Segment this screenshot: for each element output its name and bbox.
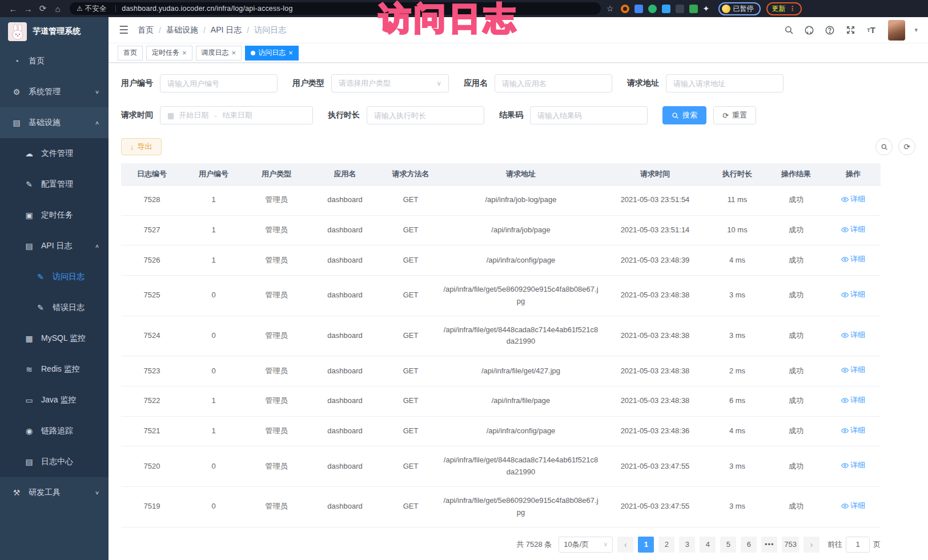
extension-orange-ring[interactable]	[621, 5, 629, 13]
caret-down-icon[interactable]: ▾	[914, 26, 918, 34]
detail-link[interactable]: 详细	[841, 425, 865, 437]
action-cell: 详细	[826, 186, 881, 216]
page-button-6[interactable]: 6	[741, 537, 757, 553]
extension-white-star[interactable]: ✦	[703, 5, 712, 13]
paused-badge[interactable]: 已暂停	[718, 2, 761, 15]
font-size-icon[interactable]: TT	[865, 25, 877, 36]
detail-link[interactable]: 详细	[841, 224, 865, 236]
sidebar-item-redis-monitor[interactable]: ≋Redis 监控	[0, 354, 109, 385]
log-id-cell: 7521	[121, 416, 183, 446]
page-button-1[interactable]: 1	[638, 537, 654, 553]
duration-cell: 4 ms	[708, 416, 766, 446]
kebab-menu-icon[interactable]: ⋮	[789, 5, 796, 13]
detail-link[interactable]: 详细	[841, 364, 865, 376]
edit-icon: ✎	[35, 303, 46, 312]
chevron-down-icon: ∨	[95, 490, 99, 495]
reload-icon[interactable]: ⟳	[35, 3, 50, 14]
sidebar-item-java-monitor[interactable]: ▭Java 监控	[0, 385, 109, 416]
close-icon[interactable]: ×	[232, 49, 236, 57]
sidebar-item-file-management[interactable]: ☁文件管理	[0, 138, 109, 169]
close-icon[interactable]: ×	[288, 49, 293, 57]
github-icon[interactable]	[804, 25, 815, 36]
tab-首页[interactable]: 首页	[118, 46, 143, 61]
request-url-input[interactable]	[666, 74, 784, 92]
extension-dark-grid[interactable]	[676, 5, 684, 13]
user-id-input[interactable]	[160, 74, 278, 92]
app-name-input[interactable]	[495, 74, 612, 92]
detail-link[interactable]: 详细	[841, 194, 865, 206]
app-cell: dashboard	[308, 446, 381, 487]
hamburger-icon[interactable]: ☰	[119, 23, 128, 37]
reset-button[interactable]: ⟳ 重置	[713, 106, 756, 124]
page-button-4[interactable]: 4	[700, 537, 716, 553]
fullscreen-icon[interactable]	[845, 25, 856, 36]
method-cell: GET	[381, 356, 440, 386]
breadcrumb-item[interactable]: 首页	[138, 25, 154, 35]
refresh-table-button[interactable]: ⟳	[898, 138, 915, 155]
prev-page-button[interactable]: ‹	[617, 537, 633, 553]
filter-request-time: 请求时间 ▦ 开始日期 - 结束日期	[121, 106, 313, 124]
back-icon[interactable]: ←	[6, 4, 21, 14]
security-warning[interactable]: ⚠不安全	[77, 4, 106, 14]
question-icon[interactable]	[824, 25, 835, 36]
date-range-picker[interactable]: ▦ 开始日期 - 结束日期	[160, 106, 313, 124]
page-size-select[interactable]: 10条/页∨	[559, 537, 613, 553]
main-area: ☰ 首页 / 基础设施 / API 日志 / 访问日志 TT ▾	[109, 17, 928, 560]
sidebar-item-config-management[interactable]: ✎配置管理	[0, 169, 109, 200]
address-bar[interactable]: ⚠不安全 dashboard.yudao.iocoder.cn/infra/lo…	[70, 2, 601, 15]
page-button-5[interactable]: 5	[720, 537, 736, 553]
breadcrumb-separator: /	[247, 26, 249, 35]
sidebar-item-mysql-monitor[interactable]: ▦MySQL 监控	[0, 323, 109, 354]
sidebar-item-home[interactable]: ◔首页	[0, 46, 109, 76]
next-page-button[interactable]: ›	[804, 537, 819, 553]
total-count: 共 7528 条	[516, 539, 552, 550]
extension-green-square[interactable]	[689, 5, 698, 13]
sidebar-item-access-log[interactable]: ✎访问日志	[0, 261, 109, 292]
sidebar-item-api-log[interactable]: ▤API 日志∧	[0, 231, 109, 261]
table-row: 75190管理员dashboardGET/api/infra/file/get/…	[121, 486, 881, 527]
update-button[interactable]: 更新 ⋮	[766, 2, 802, 15]
action-cell: 详细	[826, 316, 881, 356]
duration-input[interactable]	[367, 106, 484, 124]
sidebar-item-trace[interactable]: ◉链路追踪	[0, 416, 109, 446]
detail-link[interactable]: 详细	[841, 329, 865, 341]
app-cell: dashboard	[308, 245, 381, 276]
search-button[interactable]: 搜索	[662, 106, 706, 124]
search-icon[interactable]	[783, 25, 794, 36]
bookmark-star-icon[interactable]: ☆	[606, 4, 614, 13]
page-button-753[interactable]: 753	[782, 537, 799, 553]
sidebar-item-system-management[interactable]: ⚙系统管理∨	[0, 76, 109, 107]
page-button-3[interactable]: 3	[679, 537, 695, 553]
detail-label: 详细	[850, 253, 865, 265]
toggle-search-button[interactable]	[875, 138, 893, 155]
goto-page-input[interactable]	[846, 537, 870, 553]
sidebar-item-scheduled-jobs[interactable]: ▣定时任务	[0, 200, 109, 231]
extension-green-circle[interactable]	[648, 5, 657, 13]
sidebar-item-dev-tools[interactable]: ⚒研发工具∨	[0, 477, 109, 508]
forward-icon[interactable]: →	[21, 4, 35, 14]
user-type-select[interactable]: 请选择用户类型∨	[331, 74, 449, 92]
page-button-2[interactable]: 2	[658, 537, 674, 553]
duration-cell: 11 ms	[708, 186, 766, 216]
breadcrumb-item[interactable]: API 日志	[211, 25, 242, 35]
breadcrumb-item[interactable]: 基础设施	[166, 25, 198, 35]
detail-link[interactable]: 详细	[841, 253, 865, 265]
user-avatar[interactable]	[888, 20, 905, 41]
sidebar-item-error-log[interactable]: ✎错误日志	[0, 292, 109, 323]
detail-link[interactable]: 详细	[841, 289, 865, 301]
extension-blue-gem[interactable]	[662, 5, 670, 13]
tab-调度日志[interactable]: 调度日志×	[196, 46, 242, 61]
home-icon[interactable]: ⌂	[50, 4, 65, 14]
tab-定时任务[interactable]: 定时任务×	[146, 46, 192, 61]
sidebar-item-log-center[interactable]: ▤日志中心	[0, 446, 109, 477]
detail-link[interactable]: 详细	[841, 500, 865, 512]
detail-link[interactable]: 详细	[841, 394, 865, 406]
tab-访问日志[interactable]: 访问日志×	[245, 46, 299, 61]
extension-blue-shield[interactable]	[634, 5, 643, 13]
detail-link[interactable]: 详细	[841, 460, 865, 472]
close-icon[interactable]: ×	[182, 49, 187, 57]
result-code-input[interactable]	[530, 106, 648, 124]
download-icon: ↓	[130, 143, 134, 151]
sidebar-item-infrastructure[interactable]: ▤基础设施∧	[0, 107, 109, 138]
export-button[interactable]: ↓ 导出	[121, 138, 162, 155]
